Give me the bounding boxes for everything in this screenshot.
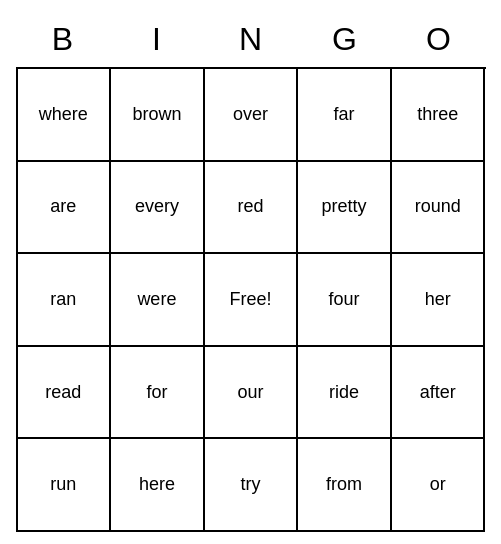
cell-r1-c4: round [392, 162, 486, 255]
header-letter: I [110, 12, 204, 67]
cell-r3-c0: read [18, 347, 112, 440]
header-letter: G [298, 12, 392, 67]
cell-r2-c4: her [392, 254, 486, 347]
cell-r0-c4: three [392, 69, 486, 162]
cell-r4-c1: here [111, 439, 205, 532]
cell-r0-c2: over [205, 69, 299, 162]
cell-r4-c4: or [392, 439, 486, 532]
cell-r2-c0: ran [18, 254, 112, 347]
cell-r0-c1: brown [111, 69, 205, 162]
cell-r0-c3: far [298, 69, 392, 162]
cell-r3-c4: after [392, 347, 486, 440]
cell-r2-c2: Free! [205, 254, 299, 347]
cell-r2-c3: four [298, 254, 392, 347]
cell-r0-c0: where [18, 69, 112, 162]
bingo-card: BINGO wherebrownoverfarthreeareeveryredp… [16, 12, 486, 532]
cell-r1-c2: red [205, 162, 299, 255]
bingo-grid: wherebrownoverfarthreeareeveryredprettyr… [16, 67, 486, 532]
cell-r4-c0: run [18, 439, 112, 532]
cell-r4-c3: from [298, 439, 392, 532]
cell-r4-c2: try [205, 439, 299, 532]
header-letter: N [204, 12, 298, 67]
cell-r2-c1: were [111, 254, 205, 347]
cell-r1-c3: pretty [298, 162, 392, 255]
cell-r3-c2: our [205, 347, 299, 440]
cell-r3-c1: for [111, 347, 205, 440]
bingo-header: BINGO [16, 12, 486, 67]
cell-r3-c3: ride [298, 347, 392, 440]
header-letter: O [392, 12, 486, 67]
header-letter: B [16, 12, 110, 67]
cell-r1-c0: are [18, 162, 112, 255]
cell-r1-c1: every [111, 162, 205, 255]
